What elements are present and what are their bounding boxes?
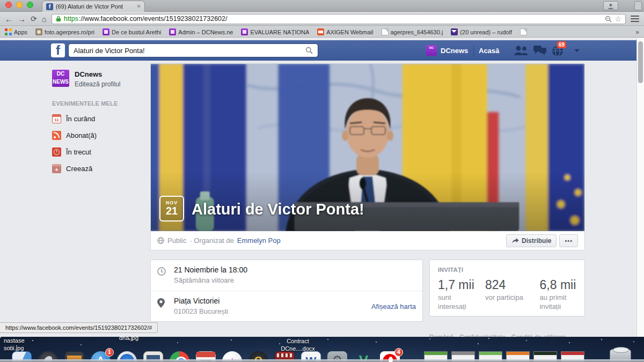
clock-icon <box>52 147 61 157</box>
home-button[interactable]: ⌂ <box>42 15 47 23</box>
facebook-favicon-icon: f <box>46 3 53 10</box>
padlock-icon <box>56 16 61 22</box>
scrollbar-thumb[interactable] <box>638 41 643 83</box>
bookmark-star-icon[interactable]: ☆ <box>614 15 621 23</box>
zoom-window-button[interactable] <box>27 2 33 8</box>
desktop-file-dna[interactable]: dna.jpg <box>119 337 138 342</box>
organizer-link[interactable]: Emmelyn Pop <box>237 237 281 245</box>
event-cover-card: NOV 21 Alaturi de Victor Ponta! Public ·… <box>150 63 585 250</box>
browser-extension-button[interactable] <box>634 1 642 10</box>
event-main: NOV 21 Alaturi de Victor Ponta! Public ·… <box>150 61 585 337</box>
file-page-icon <box>520 28 527 35</box>
reload-button[interactable]: ⟳ <box>31 15 37 23</box>
event-title: Alaturi de Victor Ponta! <box>192 201 364 218</box>
organizer-prefix: · Organizat de <box>189 237 233 245</box>
browser-profile-button[interactable] <box>603 1 618 10</box>
bookmark-item[interactable]: Admin – DCNews.ne <box>169 28 233 35</box>
header-divider <box>473 45 474 56</box>
friend-requests-icon[interactable] <box>514 45 528 56</box>
close-window-button[interactable] <box>5 2 12 8</box>
facebook-body: DCNEWS DCnews Editează profilul EVENIMEN… <box>0 61 636 337</box>
stat-interested: 1,7 mii sunt interesați <box>438 278 477 312</box>
dcnews-site-icon <box>103 28 109 35</box>
bookmark-item[interactable]: AXIGEN Webmail <box>317 28 373 35</box>
notification-badge: 69 <box>557 41 566 48</box>
search-value: Alaturi de Victor Ponta! <box>74 47 305 55</box>
address-bar[interactable]: https://www.facebook.com/events/15192380… <box>52 14 626 24</box>
more-options-button[interactable]: ••• <box>559 234 578 247</box>
tab-close-icon[interactable]: × <box>137 3 141 10</box>
event-location-sub: 010023 București <box>174 307 228 315</box>
bookmark-item[interactable]: De ce bustul Arethi <box>103 28 161 35</box>
facebook-search-input[interactable]: Alaturi de Victor Ponta! <box>68 43 318 57</box>
account-menu-caret-icon[interactable] <box>574 49 580 52</box>
sidebar-item-create[interactable]: + Creează <box>52 164 150 173</box>
zoom-page-icon[interactable] <box>605 16 612 23</box>
app-store-badge: 1 <box>105 348 114 357</box>
mail-icon <box>451 28 458 35</box>
bookmark-item[interactable] <box>520 28 527 35</box>
desktop-file-contract[interactable]: ContractDCne....docx <box>268 338 327 353</box>
back-button[interactable]: ← <box>5 15 13 23</box>
search-icon[interactable] <box>305 47 313 54</box>
home-link[interactable]: Acasă <box>479 47 499 55</box>
bookmark-item[interactable]: EVALUARE NAȚIONA <box>241 28 309 35</box>
dcnews-site-icon <box>241 28 248 35</box>
share-button[interactable]: Distribuie <box>506 234 557 247</box>
bookmark-apps[interactable]: Apps <box>5 28 27 35</box>
sidebar-item-upcoming[interactable]: 11 În curând <box>52 114 150 123</box>
event-location: Piața Victoriei <box>174 297 228 305</box>
page-scrollbar[interactable] <box>636 38 644 337</box>
facebook-page: f Alaturi de Victor Ponta! DC DCnews Aca… <box>0 38 636 337</box>
messages-icon[interactable] <box>533 45 546 56</box>
starfield-background <box>0 337 1 338</box>
show-map-link[interactable]: Afișează harta <box>371 302 416 311</box>
url-text: ://www.facebook.com/events/1519238021732… <box>79 15 603 23</box>
chrome-menu-icon[interactable] <box>631 16 639 22</box>
bookmark-item[interactable]: (20 unread) – rudolf <box>451 28 512 35</box>
minimize-window-button[interactable] <box>16 2 23 8</box>
sidebar: DCNEWS DCnews Editează profilul EVENIMEN… <box>52 61 150 337</box>
bookmarks-bar: Apps foto.agerpres.ro/pri De ce bustul A… <box>0 27 644 38</box>
create-event-icon: + <box>52 164 61 173</box>
photo-site-icon <box>35 28 42 35</box>
dcnews-site-icon <box>169 28 176 35</box>
bookmark-item[interactable]: foto.agerpres.ro/pri <box>35 28 94 35</box>
bookmark-item[interactable]: agerpres_6454630.j <box>382 28 443 35</box>
browser-window: f (69) Alaturi de Victor Pont × ← → ⟳ ⌂ … <box>0 0 644 337</box>
bookmarks-overflow-icon[interactable]: » <box>635 28 639 36</box>
forward-button[interactable]: → <box>18 15 26 23</box>
sidebar-item-past[interactable]: În trecut <box>52 147 150 157</box>
event-cover-photo[interactable]: NOV 21 Alaturi de Victor Ponta! <box>151 64 584 231</box>
sidebar-item-subscribed[interactable]: Abonat(ă) <box>52 131 150 140</box>
browser-toolbar: ← → ⟳ ⌂ https://www.facebook.com/events/… <box>0 12 644 26</box>
person-icon <box>608 3 614 9</box>
event-info-row: 21 Noiembrie la 18:00 Săptămâna viitoare… <box>150 260 585 322</box>
stat-invited: 6,8 mii au primit invitații <box>540 278 576 312</box>
sidebar-profile[interactable]: DCNEWS DCnews Editează profilul <box>52 70 150 88</box>
rss-icon <box>52 131 61 140</box>
invited-title: INVITAȚI <box>438 267 576 273</box>
desktop-file-nastase[interactable]: nastasesotii.jpg <box>4 337 25 352</box>
event-location-row: Piața Victoriei 010023 București Afișeaz… <box>151 291 422 321</box>
event-date-badge: NOV 21 <box>159 196 184 221</box>
invited-card: INVITAȚI 1,7 mii sunt interesați 824 vor… <box>429 260 585 316</box>
browser-tab[interactable]: f (69) Alaturi de Victor Pont × <box>42 1 145 12</box>
event-privacy: Public <box>167 237 186 245</box>
macos-desktop: nastasesotii.jpg dna.jpg ContractDCne...… <box>0 337 644 362</box>
calendar-icon: 11 <box>52 114 61 123</box>
file-page-icon <box>382 28 389 35</box>
event-day: 21 <box>160 205 183 216</box>
location-pin-icon <box>157 298 165 308</box>
facebook-logo-icon[interactable]: f <box>51 43 65 57</box>
edit-profile-link[interactable]: Editează profilul <box>75 80 120 88</box>
sidebar-profile-name[interactable]: DCnews <box>75 70 120 78</box>
profile-link[interactable]: DCnews <box>441 47 468 55</box>
event-datetime-sub: Săptămâna viitoare <box>174 276 247 284</box>
dock-shelf <box>0 359 644 362</box>
tab-strip: f (69) Alaturi de Victor Pont × <box>0 0 644 12</box>
profile-avatar[interactable]: DC <box>426 45 437 56</box>
clock-icon <box>157 267 166 276</box>
dcnews-avatar: DCNEWS <box>52 70 69 87</box>
facebook-header: f Alaturi de Victor Ponta! DC DCnews Aca… <box>0 40 636 61</box>
